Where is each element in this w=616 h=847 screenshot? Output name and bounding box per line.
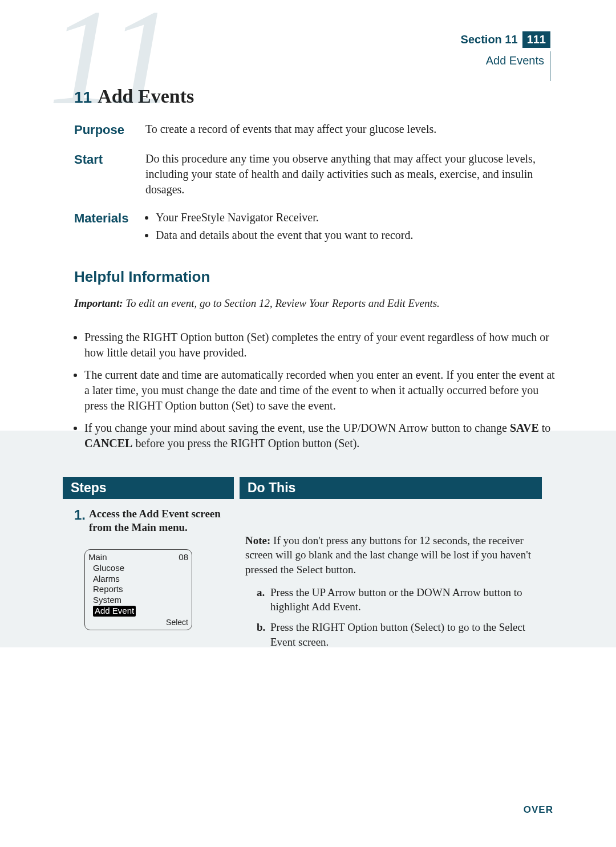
- chapter-number: 11: [74, 88, 92, 107]
- tips-list: Pressing the RIGHT Option button (Set) c…: [74, 330, 559, 451]
- important-text: To edit an event, go to Section 12, Revi…: [123, 297, 440, 309]
- screen-softkey-label: Select: [88, 618, 188, 628]
- over-indicator: OVER: [524, 804, 553, 816]
- substep-text: Press the UP Arrow button or the DOWN Ar…: [270, 585, 536, 614]
- materials-list: Your FreeStyle Navigator Receiver. Data …: [145, 210, 559, 243]
- screen-title: Main: [88, 552, 107, 563]
- screen-menu-item-selected: Add Event: [93, 606, 136, 617]
- tip3-mid: to: [539, 422, 551, 434]
- steps-header: Steps: [63, 477, 234, 499]
- screen-battery-indicator: 08: [179, 552, 188, 563]
- page-header: Section 11 111 Add Events: [461, 31, 550, 81]
- important-label: Important:: [74, 297, 123, 309]
- purpose-label: Purpose: [74, 121, 145, 139]
- chapter-title: Add Events: [98, 86, 194, 107]
- purpose-text: To create a record of events that may af…: [145, 121, 559, 139]
- page-number-badge: 111: [522, 31, 550, 48]
- step-number: 1.: [74, 507, 86, 523]
- device-screen-illustration: Main 08 Glucose Alarms Reports System Ad…: [84, 549, 192, 630]
- note-text: If you don't press any buttons for 12 se…: [245, 534, 531, 576]
- tip-item: Pressing the RIGHT Option button (Set) c…: [84, 330, 559, 360]
- tip3-pre: If you change your mind about saving the…: [84, 422, 510, 434]
- screen-menu-item: System: [88, 595, 188, 606]
- step-title: Access the Add Event screen from the Mai…: [89, 507, 228, 535]
- materials-item: Data and details about the event that yo…: [156, 228, 559, 243]
- substeps-list: a. Press the UP Arrow button or the DOWN…: [245, 585, 536, 650]
- helpful-info-heading: Helpful Information: [74, 268, 559, 286]
- dothis-header: Do This: [240, 477, 542, 499]
- screen-menu-item: Glucose: [88, 563, 188, 574]
- tip3-post: before you press the RIGHT Option button…: [132, 437, 359, 449]
- start-label: Start: [74, 151, 145, 197]
- important-note: Important: To edit an event, go to Secti…: [74, 297, 559, 310]
- dothis-note: Note: If you don't press any buttons for…: [245, 533, 536, 577]
- tip3-save: SAVE: [510, 422, 539, 434]
- screen-menu-item: Alarms: [88, 574, 188, 585]
- substep-item: b. Press the RIGHT Option button (Select…: [257, 620, 536, 649]
- section-name: Add Events: [486, 51, 550, 81]
- tip-item: If you change your mind about saving the…: [84, 420, 559, 451]
- tip3-cancel: CANCEL: [84, 437, 132, 449]
- substep-text: Press the RIGHT Option button (Select) t…: [270, 620, 536, 649]
- substep-label: a.: [257, 585, 267, 614]
- substep-item: a. Press the UP Arrow button or the DOWN…: [257, 585, 536, 614]
- screen-menu-item: Reports: [88, 584, 188, 595]
- section-label: Section 11: [461, 33, 518, 46]
- substep-label: b.: [257, 620, 267, 649]
- note-label: Note:: [245, 534, 270, 546]
- tip-item: The current date and time are automatica…: [84, 367, 559, 414]
- materials-item: Your FreeStyle Navigator Receiver.: [156, 210, 559, 225]
- start-text: Do this procedure any time you observe a…: [145, 151, 559, 197]
- materials-label: Materials: [74, 210, 145, 245]
